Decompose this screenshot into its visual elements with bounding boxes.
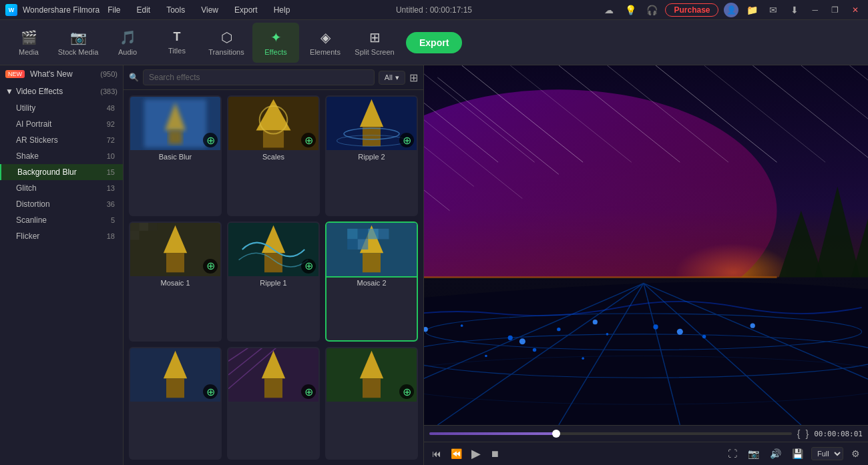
elements-icon: ◈: [320, 29, 331, 45]
toolbar-stock-media[interactable]: 📷 Stock Media: [55, 23, 101, 63]
grid-view-button[interactable]: ⊞: [409, 71, 418, 84]
frame-back-button[interactable]: ⏪: [448, 447, 465, 460]
video-effects-title: ▼ Video Effects: [5, 87, 63, 96]
menu-help[interactable]: Help: [271, 4, 293, 16]
playback-controls: { } 00:00:08:01: [424, 425, 868, 442]
menu-edit[interactable]: Edit: [134, 4, 154, 16]
toolbar-media[interactable]: 🎬 Media: [5, 23, 52, 63]
save-frame-button[interactable]: 💾: [789, 447, 806, 460]
bracket-open-icon[interactable]: {: [797, 428, 801, 439]
menu-export[interactable]: Export: [232, 4, 260, 16]
play-button[interactable]: ▶: [469, 445, 483, 462]
progress-bar[interactable]: [429, 432, 792, 435]
toolbar-transitions[interactable]: ⬡ Transitions: [203, 23, 250, 63]
maximize-button[interactable]: ❐: [827, 5, 843, 15]
purchase-button[interactable]: Purchase: [665, 3, 718, 17]
svg-rect-28: [368, 229, 379, 240]
user-avatar[interactable]: 👤: [724, 3, 738, 17]
skip-back-button[interactable]: ⏮: [429, 447, 444, 460]
effect-mosaic2[interactable]: Mosaic 2: [325, 221, 418, 342]
svg-rect-18: [148, 223, 158, 231]
whats-new-header[interactable]: NEW What's New (950): [0, 65, 123, 83]
add-ripple2-btn[interactable]: ⊕: [399, 133, 414, 147]
new-badge: NEW: [5, 70, 25, 78]
effect-ripple1-thumb: ⊕: [228, 223, 318, 276]
headset-icon[interactable]: 🎧: [644, 2, 660, 18]
zoom-select[interactable]: Full: [811, 447, 843, 460]
search-input[interactable]: [143, 69, 375, 85]
effect-row3a-thumb: ⊕: [130, 348, 220, 402]
stop-button[interactable]: ⏹: [487, 447, 502, 460]
effect-scales[interactable]: ⊕ Scales: [227, 95, 320, 216]
bracket-close-icon[interactable]: }: [805, 428, 809, 439]
add-ripple1-btn[interactable]: ⊕: [301, 259, 316, 274]
toolbar-effects[interactable]: ✦ Effects: [252, 23, 299, 63]
category-glitch[interactable]: Glitch 13: [0, 180, 123, 196]
minimize-button[interactable]: ─: [808, 5, 822, 15]
bulb-icon[interactable]: 💡: [622, 2, 638, 18]
menu-tools[interactable]: Tools: [164, 4, 188, 16]
effect-ripple1[interactable]: ⊕ Ripple 1: [227, 221, 320, 342]
audio-toggle[interactable]: 🔊: [767, 447, 784, 460]
menu-view[interactable]: View: [198, 4, 221, 16]
mosaic1-label: Mosaic 1: [130, 276, 220, 290]
category-ar-stickers[interactable]: AR Stickers 72: [0, 132, 123, 148]
add-basic-blur-btn[interactable]: ⊕: [203, 133, 218, 147]
svg-rect-30: [347, 239, 358, 250]
filter-button[interactable]: All ▾: [379, 71, 405, 85]
toolbar-audio[interactable]: 🎵 Audio: [104, 23, 151, 63]
export-button[interactable]: Export: [406, 32, 462, 53]
effect-basic-blur[interactable]: ⊕ Basic Blur: [129, 95, 222, 216]
effect-row3c[interactable]: ⊕: [325, 347, 418, 460]
logo-text: W: [9, 7, 15, 13]
effects-icon: ✦: [270, 29, 282, 45]
library-icon[interactable]: 📁: [744, 2, 760, 18]
stock-media-icon: 📷: [70, 29, 87, 45]
snapshot-button[interactable]: 📷: [745, 447, 762, 460]
row3a-label: [130, 402, 220, 407]
toolbar-elements[interactable]: ◈ Elements: [302, 23, 349, 63]
svg-point-84: [593, 320, 598, 324]
fullscreen-button[interactable]: ⛶: [725, 447, 740, 460]
menu-file[interactable]: File: [105, 4, 123, 16]
svg-point-64: [461, 324, 463, 327]
progress-thumb[interactable]: [552, 430, 560, 438]
svg-rect-19: [130, 231, 140, 240]
mail-icon[interactable]: ✉: [765, 2, 781, 18]
category-scanline[interactable]: Scanline 5: [0, 212, 123, 228]
add-mosaic1-btn[interactable]: ⊕: [203, 259, 218, 274]
search-icon: 🔍: [129, 73, 139, 82]
svg-rect-3: [168, 130, 182, 144]
transitions-icon: ⬡: [221, 29, 232, 45]
effect-scales-thumb: ⊕: [228, 97, 318, 150]
effect-row3a[interactable]: ⊕: [129, 347, 222, 460]
video-effects-header[interactable]: ▼ Video Effects (383): [0, 83, 123, 100]
category-shake[interactable]: Shake 10: [0, 148, 123, 164]
category-ai-portrait[interactable]: AI Portrait 92: [0, 116, 123, 132]
titlebar: W Wondershare Filmora File Edit Tools Vi…: [0, 0, 868, 20]
category-flicker[interactable]: Flicker 18: [0, 228, 123, 244]
effect-basic-blur-thumb: ⊕: [130, 97, 220, 150]
titlebar-right: ☁ 💡 🎧 Purchase 👤 📁 ✉ ⬇ ─ ❐ ✕: [601, 2, 863, 18]
effects-grid-panel: 🔍 All ▾ ⊞ ⊕: [124, 65, 424, 465]
svg-point-86: [750, 324, 755, 328]
download-icon[interactable]: ⬇: [787, 2, 803, 18]
toolbar-titles[interactable]: T Titles: [154, 23, 200, 63]
toolbar-split-screen[interactable]: ⊞ Split Screen: [351, 23, 398, 63]
svg-rect-25: [363, 253, 381, 272]
close-button[interactable]: ✕: [848, 5, 863, 15]
effect-ripple2[interactable]: ⊕ Ripple 2: [325, 95, 418, 216]
category-utility[interactable]: Utility 48: [0, 100, 123, 116]
titlebar-left: W Wondershare Filmora File Edit Tools Vi…: [5, 4, 292, 16]
effect-mosaic1[interactable]: ⊕ Mosaic 1: [129, 221, 222, 342]
svg-rect-43: [363, 379, 381, 398]
category-background-blur[interactable]: Background Blur 15: [0, 164, 123, 180]
category-distortion[interactable]: Distortion 36: [0, 196, 123, 212]
effects-label: Effects: [264, 48, 286, 56]
add-scales-btn[interactable]: ⊕: [301, 133, 316, 147]
settings-button[interactable]: ⚙: [849, 447, 863, 460]
effects-sidebar: NEW What's New (950) ▼ Video Effects (38…: [0, 65, 124, 465]
media-icon: 🎬: [21, 29, 37, 45]
cloud-icon[interactable]: ☁: [601, 2, 617, 18]
effect-row3b[interactable]: ⊕: [227, 347, 320, 460]
